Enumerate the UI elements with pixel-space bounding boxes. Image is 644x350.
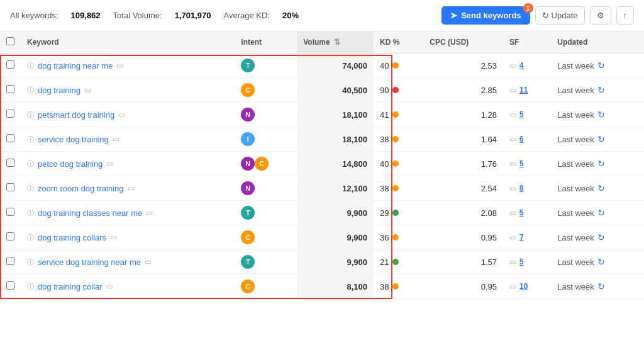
keywords-table-container: Keyword Intent Volume ⇅ KD % CPC (USD) S… (0, 31, 644, 299)
intent-cell: C (235, 78, 297, 103)
send-keywords-button[interactable]: ➤ Send keywords 1 (441, 6, 530, 25)
row-checkbox-cell[interactable] (0, 201, 21, 225)
tag-icon[interactable]: ▭ (116, 61, 123, 70)
tag-icon[interactable]: ▭ (110, 233, 117, 242)
refresh-icon[interactable]: ↻ (597, 134, 605, 144)
keyword-link[interactable]: dog training classes near me (38, 208, 142, 218)
sf-number[interactable]: 11 (519, 86, 528, 94)
info-icon[interactable]: ⓘ (27, 208, 34, 218)
row-checkbox[interactable] (6, 183, 14, 191)
refresh-icon[interactable]: ↻ (597, 183, 605, 193)
cpc-cell: 2.53 (423, 54, 503, 78)
row-checkbox[interactable] (6, 232, 14, 240)
col-volume[interactable]: Volume ⇅ (297, 31, 374, 54)
tag-icon[interactable]: ▭ (106, 282, 113, 291)
tag-icon[interactable]: ▭ (106, 159, 113, 168)
refresh-icon[interactable]: ↻ (597, 257, 605, 267)
keyword-link[interactable]: service dog training near me (38, 257, 141, 267)
row-checkbox[interactable] (6, 85, 14, 93)
sf-number[interactable]: 8 (519, 184, 524, 193)
sf-number[interactable]: 7 (519, 233, 524, 242)
row-checkbox[interactable] (6, 208, 14, 216)
info-icon[interactable]: ⓘ (27, 86, 34, 95)
sf-number[interactable]: 5 (519, 159, 524, 168)
sf-number[interactable]: 10 (519, 282, 528, 291)
kd-cell: 38 (374, 176, 423, 201)
row-checkbox-cell[interactable] (0, 176, 21, 201)
sf-number[interactable]: 4 (519, 61, 524, 70)
col-intent: Intent (235, 31, 297, 54)
row-checkbox-cell[interactable] (0, 274, 21, 299)
keyword-link[interactable]: petsmart dog training (38, 110, 114, 120)
row-checkbox-cell[interactable] (0, 103, 21, 127)
tag-icon[interactable]: ▭ (146, 208, 153, 217)
tag-icon[interactable]: ▭ (128, 184, 135, 193)
cpc-cell: 0.95 (423, 274, 503, 299)
sf-cell: ▭ 5 (503, 152, 551, 176)
keyword-cell: ⓘ dog training ▭ (21, 78, 235, 103)
refresh-icon[interactable]: ↻ (597, 85, 605, 95)
keyword-link[interactable]: dog training collars (38, 233, 106, 242)
keyword-link[interactable]: service dog training (38, 135, 109, 144)
row-checkbox[interactable] (6, 281, 14, 290)
tag-icon[interactable]: ▭ (145, 257, 152, 266)
sf-number[interactable]: 5 (519, 208, 524, 217)
row-checkbox[interactable] (6, 257, 14, 265)
refresh-icon[interactable]: ↻ (597, 232, 605, 242)
keyword-link[interactable]: dog training collar (38, 282, 103, 291)
row-checkbox-cell[interactable] (0, 78, 21, 103)
sf-number[interactable]: 6 (519, 135, 524, 144)
row-checkbox-cell[interactable] (0, 225, 21, 250)
kd-cell: 38 (374, 127, 423, 152)
sf-icon: ▭ (509, 184, 516, 193)
info-icon[interactable]: ⓘ (27, 184, 34, 193)
col-select-all[interactable] (0, 31, 21, 54)
info-icon[interactable]: ⓘ (27, 233, 34, 242)
tag-icon[interactable]: ▭ (118, 110, 125, 119)
sf-number[interactable]: 5 (519, 110, 524, 119)
refresh-icon[interactable]: ↻ (597, 110, 605, 120)
export-button[interactable]: ↑ (616, 6, 635, 25)
col-keyword: Keyword (21, 31, 235, 54)
update-button[interactable]: ↻ Update (535, 6, 585, 25)
info-icon[interactable]: ⓘ (27, 282, 34, 291)
intent-cell: N (235, 176, 297, 201)
refresh-icon[interactable]: ↻ (597, 281, 605, 291)
row-checkbox[interactable] (6, 159, 14, 167)
row-checkbox[interactable] (6, 110, 14, 118)
row-checkbox-cell[interactable] (0, 54, 21, 78)
select-all-checkbox[interactable] (6, 37, 14, 45)
info-icon[interactable]: ⓘ (27, 110, 34, 120)
sf-cell: ▭ 6 (503, 127, 551, 152)
tag-icon[interactable]: ▭ (84, 86, 91, 94)
refresh-icon[interactable]: ↻ (597, 60, 605, 71)
keyword-link[interactable]: zoom room dog training (38, 184, 124, 193)
row-checkbox-cell[interactable] (0, 152, 21, 176)
row-checkbox[interactable] (6, 60, 14, 69)
info-icon[interactable]: ⓘ (27, 135, 34, 144)
refresh-icon[interactable]: ↻ (597, 159, 605, 169)
keyword-link[interactable]: dog training near me (38, 61, 113, 71)
row-checkbox-cell[interactable] (0, 250, 21, 274)
intent-badge: N (241, 181, 255, 195)
col-kd: KD % (374, 31, 423, 54)
avg-kd-value: 20% (282, 11, 299, 20)
updated-text: Last week (557, 208, 594, 218)
volume-cell: 18,100 (297, 103, 374, 127)
settings-button[interactable]: ⚙ (590, 6, 611, 25)
refresh-icon[interactable]: ↻ (597, 208, 605, 218)
keyword-link[interactable]: petco dog training (38, 159, 103, 169)
kd-value: 36 (380, 233, 389, 242)
row-checkbox-cell[interactable] (0, 127, 21, 152)
kd-value: 38 (380, 135, 389, 144)
sf-number[interactable]: 5 (519, 257, 524, 266)
info-icon[interactable]: ⓘ (27, 159, 34, 169)
top-bar: All keywords: 109,862 Total Volume: 1,70… (0, 0, 644, 31)
keyword-link[interactable]: dog training (38, 86, 80, 95)
info-icon[interactable]: ⓘ (27, 61, 34, 71)
table-row: ⓘ dog training ▭ C 40,500 90 2.85 ▭ 11 L… (0, 78, 644, 103)
tag-icon[interactable]: ▭ (113, 135, 119, 144)
volume-cell: 9,900 (297, 250, 374, 274)
row-checkbox[interactable] (6, 134, 14, 142)
info-icon[interactable]: ⓘ (27, 257, 34, 267)
